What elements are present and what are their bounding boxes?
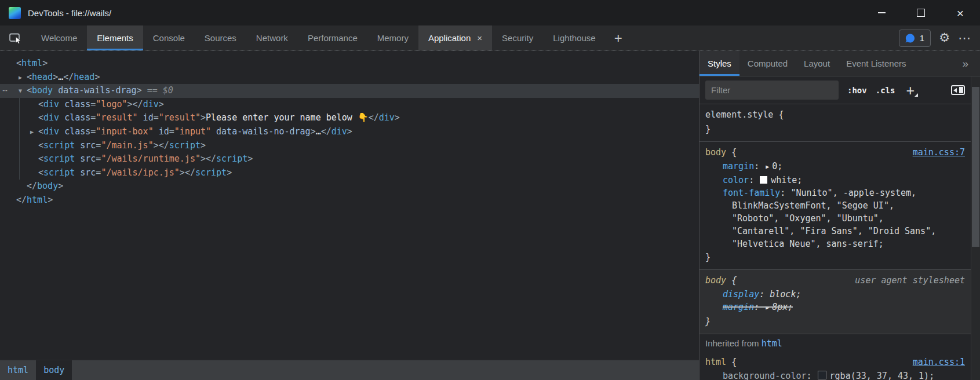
add-tab-button[interactable]: + <box>606 25 631 50</box>
tab-label: Lighthouse <box>553 33 595 43</box>
dom-node-text: <head>…</head> <box>27 72 100 82</box>
tab-label: Elements <box>97 33 133 43</box>
rule-selector[interactable]: element.style <box>705 108 773 122</box>
property-name: color <box>723 175 749 185</box>
dom-node-html-open[interactable]: <html> <box>0 57 699 71</box>
tab-console[interactable]: Console <box>143 25 195 50</box>
tab-welcome[interactable]: Welcome <box>31 25 87 50</box>
tab-sources[interactable]: Sources <box>195 25 246 50</box>
tab-elements[interactable]: Elements <box>87 25 143 50</box>
stylesheet-source-link[interactable]: main.css:7 <box>913 145 965 160</box>
css-property-color[interactable]: color: white; <box>705 174 965 187</box>
property-colon: : <box>780 188 790 198</box>
tab-memory[interactable]: Memory <box>367 25 418 50</box>
dom-node-div-input-box[interactable]: ▶<div class="input-box" id="input" data-… <box>0 125 699 139</box>
window-controls: × <box>862 0 980 25</box>
tab-label: Performance <box>308 33 358 43</box>
tab-application[interactable]: Application× <box>418 25 492 50</box>
tab-label: Network <box>256 33 288 43</box>
more-options-icon[interactable]: ⋯ <box>958 32 971 45</box>
styles-sidebar: StylesComputedLayoutEvent Listeners» :ho… <box>700 51 980 380</box>
sidebar-tabs-overflow-icon[interactable]: » <box>962 51 980 76</box>
dom-node-text: <body data-wails-drag> == $0 <box>27 85 173 96</box>
inherited-node-link[interactable]: html <box>762 338 782 349</box>
sidebar-tab-layout[interactable]: Layout <box>796 51 838 76</box>
rule-selector[interactable]: body <box>705 145 726 160</box>
tab-close-icon[interactable]: × <box>477 33 482 43</box>
property-value: 0; <box>772 161 782 171</box>
sidebar-tab-event-listeners[interactable]: Event Listeners <box>838 51 914 76</box>
property-colon: : <box>754 161 764 171</box>
property-name: margin <box>723 302 754 312</box>
sidebar-body: :hov .cls + element.style {}body {main.c… <box>700 76 980 380</box>
tab-performance[interactable]: Performance <box>298 25 367 50</box>
styles-scrollbar[interactable] <box>971 76 980 380</box>
dom-node-script-ipc[interactable]: <script src="/wails/ipc.js"></script> <box>0 166 699 180</box>
tab-security[interactable]: Security <box>492 25 543 50</box>
property-name: font-family <box>723 188 780 198</box>
dom-node-div-logo[interactable]: <div class="logo"></div> <box>0 98 699 112</box>
expand-arrow-icon[interactable]: ▶ <box>28 125 36 139</box>
tab-lighthouse[interactable]: Lighthouse <box>543 25 605 50</box>
dom-node-body-open[interactable]: ⋯▼<body data-wails-drag> == $0 <box>0 84 699 98</box>
inspect-icon <box>9 32 23 45</box>
sidebar-tab-styles[interactable]: Styles <box>700 51 739 76</box>
css-property-margin[interactable]: margin: ▶0; <box>705 160 965 174</box>
rule-selector[interactable]: body <box>705 273 726 288</box>
dom-node-html-close[interactable]: </html> <box>0 193 699 207</box>
stylesheet-source-link[interactable]: main.css:1 <box>913 355 965 370</box>
expand-value-arrow-icon[interactable]: ▶ <box>766 160 769 173</box>
color-swatch[interactable] <box>818 371 826 379</box>
stylesheet-origin-note: user agent stylesheet <box>855 273 965 288</box>
minimize-icon <box>878 12 886 13</box>
breadcrumb-html[interactable]: html <box>0 360 36 380</box>
dom-node-head[interactable]: ▶<head>…</head> <box>0 71 699 85</box>
expand-value-arrow-icon[interactable]: ▶ <box>766 301 769 314</box>
collapse-arrow-icon[interactable]: ▼ <box>16 84 24 98</box>
css-property-font-family[interactable]: font-family: "Nunito", -apple-system, <box>705 187 965 199</box>
style-rule-0-element-style: element.style {} <box>700 104 971 142</box>
dom-node-text: <script src="/main.js"></script> <box>38 140 206 151</box>
dom-node-body-close[interactable]: </body> <box>0 180 699 193</box>
property-colon: : <box>754 302 764 312</box>
title-bar: DevTools - file://wails/ × <box>0 0 980 25</box>
tab-network[interactable]: Network <box>246 25 298 50</box>
close-brace: } <box>705 250 965 265</box>
dom-node-text: <div class="logo"></div> <box>38 99 164 109</box>
open-brace: { <box>773 108 784 122</box>
devtools-logo-icon <box>9 7 21 19</box>
styles-toolbar: :hov .cls + <box>700 76 971 104</box>
rule-selector[interactable]: html <box>705 355 726 370</box>
close-button[interactable]: × <box>941 0 980 25</box>
maximize-button[interactable] <box>901 0 941 25</box>
expand-arrow-icon[interactable]: ▶ <box>16 71 24 85</box>
inspect-element-button[interactable] <box>0 25 31 50</box>
styles-rules-list: element.style {}body {main.css:7margin: … <box>700 104 971 380</box>
computed-styles-sidebar-toggle-icon[interactable] <box>951 85 965 95</box>
breadcrumb-body[interactable]: body <box>36 360 72 380</box>
property-name: margin <box>723 161 754 171</box>
minimize-button[interactable] <box>862 0 901 25</box>
css-property-display[interactable]: display: block; <box>705 288 965 301</box>
tab-label: Welcome <box>41 33 77 43</box>
toggle-class-cls[interactable]: .cls <box>876 86 895 95</box>
node-more-actions-icon[interactable]: ⋯ <box>2 84 8 98</box>
dom-node-div-result[interactable]: <div class="result" id="result">Please e… <box>0 111 699 125</box>
property-colon: : <box>749 175 759 185</box>
scrollbar-thumb[interactable] <box>972 87 979 247</box>
css-property-margin[interactable]: margin: ▶8px; <box>705 301 965 315</box>
settings-gear-icon[interactable]: ⚙ <box>939 32 950 44</box>
css-property-background-color[interactable]: background-color: rgba(33, 37, 43, 1); <box>705 370 965 380</box>
toggle-element-state-hov[interactable]: :hov <box>847 86 867 95</box>
property-value: block; <box>770 289 801 299</box>
dom-node-script-main[interactable]: <script src="/main.js"></script> <box>0 139 699 153</box>
issues-bubble-icon <box>905 34 915 43</box>
color-swatch[interactable] <box>760 176 767 184</box>
new-style-rule-button[interactable]: + <box>906 85 915 96</box>
dom-node-script-runtime[interactable]: <script src="/wails/runtime.js"></script… <box>0 152 699 166</box>
sidebar-tab-computed[interactable]: Computed <box>739 51 796 76</box>
dom-node-text: </html> <box>16 195 53 205</box>
dom-node-text: <html> <box>16 58 48 68</box>
styles-filter-input[interactable] <box>705 81 839 100</box>
issues-counter-button[interactable]: 1 <box>899 30 931 47</box>
